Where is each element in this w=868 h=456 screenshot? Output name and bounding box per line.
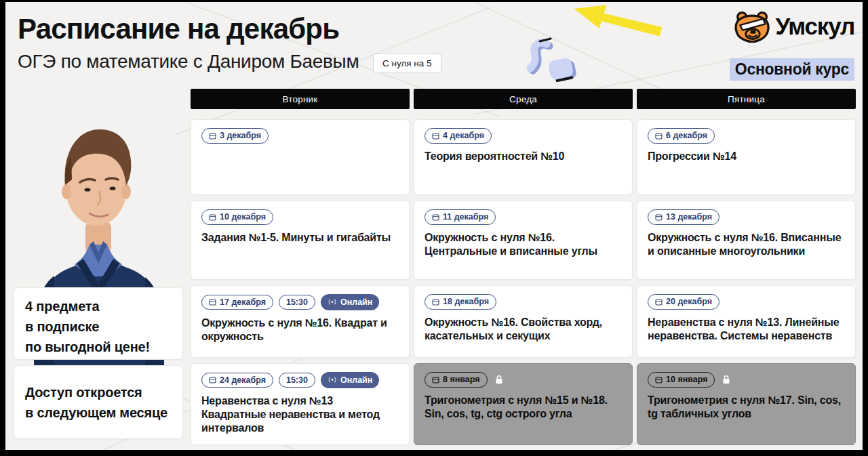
- date-label: 3 декабря: [220, 131, 261, 140]
- chip-row: 3 декабря: [201, 128, 399, 144]
- date-chip: 6 декабря: [648, 128, 715, 144]
- live-icon: [328, 377, 337, 383]
- lesson-card: 8 января Тригонометрия с нуля №15 и №18.…: [414, 363, 633, 445]
- calendar-icon: [655, 376, 663, 384]
- lesson-card: 17 декабря 15:30 Онлайн Окружность с нул…: [191, 285, 410, 358]
- time-label: 15:30: [286, 298, 308, 307]
- lesson-title: Неравенства с нуля №13 Квадратные нераве…: [201, 394, 399, 436]
- date-label: 20 декабря: [666, 297, 712, 306]
- calendar-icon: [432, 298, 439, 306]
- date-chip: 24 декабря: [201, 373, 273, 388]
- day-header: Пятница: [637, 89, 856, 109]
- lesson-title: Окружность с нуля №16. Центральные и впи…: [425, 231, 622, 259]
- calendar-icon: [655, 298, 663, 306]
- date-label: 11 декабря: [443, 213, 488, 222]
- lesson-title: Неравенства с нуля №13. Линейные неравен…: [648, 316, 845, 344]
- time-label: 15:30: [286, 376, 308, 385]
- chip-row: 20 декабря: [648, 294, 845, 310]
- lesson-card: 18 декабря Окружность №16. Свойства хорд…: [414, 285, 633, 358]
- level-badge: С нуля на 5: [373, 54, 441, 73]
- lesson-title: Тригонометрия с нуля №17. Sin, cos, tg т…: [648, 394, 845, 421]
- lesson-card: 24 декабря 15:30 Онлайн Неравенства с ну…: [191, 363, 410, 445]
- text-line: по выгодной цене!: [25, 337, 172, 357]
- chip-row: 10 января: [648, 372, 845, 388]
- chip-row: 24 декабря 15:30 Онлайн: [201, 372, 399, 388]
- lesson-card: 10 января Тригонометрия с нуля №17. Sin,…: [637, 363, 856, 445]
- live-icon: [328, 299, 337, 305]
- chip-row: 13 декабря: [648, 209, 845, 225]
- page-title: Расписание на декабрь: [18, 13, 339, 45]
- date-label: 8 января: [443, 375, 480, 384]
- day-header: Среда: [414, 89, 633, 109]
- date-label: 17 декабря: [220, 298, 266, 307]
- online-badge: Онлайн: [321, 372, 379, 388]
- date-label: 10 января: [666, 375, 707, 384]
- lesson-title: Теория вероятностей №10: [425, 150, 622, 163]
- chip-row: 17 декабря 15:30 Онлайн: [201, 294, 399, 310]
- date-label: 24 декабря: [220, 376, 266, 385]
- lesson-title: Окружность с нуля №16. Квадрат и окружно…: [201, 316, 399, 344]
- lesson-title: Окружность №16. Свойства хорд, касательн…: [425, 316, 622, 344]
- chip-row: 6 декабря: [648, 128, 845, 144]
- date-label: 10 декабря: [220, 213, 266, 222]
- schedule-grid: 4 предметав подпискепо выгодной цене! До…: [14, 89, 856, 445]
- course-label: Основной курс: [730, 58, 854, 81]
- page-subtitle: ОГЭ по математике с Даниром Баевым: [18, 51, 359, 72]
- chip-row: 11 декабря: [425, 209, 622, 225]
- date-label: 6 декабря: [666, 131, 707, 140]
- lesson-card: 11 декабря Окружность с нуля №16. Центра…: [414, 201, 633, 280]
- online-label: Онлайн: [340, 376, 372, 385]
- chip-row: 10 декабря: [201, 209, 399, 225]
- left-column: 4 предметав подпискепо выгодной цене! До…: [14, 89, 183, 445]
- calendar-icon: [432, 132, 439, 140]
- time-chip: 15:30: [279, 295, 315, 310]
- lock-icon: [495, 375, 503, 384]
- time-chip: 15:30: [279, 373, 315, 388]
- calendar-icon: [655, 132, 663, 140]
- calendar-icon: [432, 376, 439, 384]
- date-chip: 20 декабря: [648, 294, 719, 310]
- lesson-title: Тригонометрия с нуля №15 и №18. Sin, cos…: [425, 394, 622, 421]
- bear-icon: [734, 10, 771, 43]
- online-badge: Онлайн: [321, 294, 379, 310]
- date-chip: 8 января: [425, 372, 488, 388]
- poster-page: Расписание на декабрь ОГЭ по математике …: [5, 2, 863, 450]
- day-column-tuesday: Вторник 3 декабря 10 декабря: [191, 89, 410, 445]
- day-column-wednesday: Среда 4 декабря Теория вероятностей №10: [414, 89, 633, 445]
- chip-row: 18 декабря: [425, 294, 622, 310]
- text-line: Доступ откроется: [25, 382, 172, 402]
- promo-card-access: Доступ откроетсяв следующем месяце: [14, 365, 183, 439]
- math-3d-icon: [521, 35, 583, 89]
- date-chip: 3 декабря: [201, 128, 269, 144]
- date-chip: 10 декабря: [201, 209, 273, 225]
- calendar-icon: [432, 213, 439, 221]
- lesson-card: 13 декабря Окружность с нуля №16. Вписан…: [637, 201, 856, 280]
- calendar-icon: [209, 298, 216, 306]
- lesson-card: 4 декабря Теория вероятностей №10: [414, 119, 633, 195]
- text-line: 4 предмета: [25, 296, 172, 316]
- date-chip: 10 января: [648, 372, 715, 388]
- date-chip: 4 декабря: [425, 128, 492, 144]
- date-chip: 13 декабря: [648, 209, 719, 225]
- date-chip: 17 декабря: [201, 295, 273, 310]
- calendar-icon: [209, 132, 216, 140]
- lesson-card: 20 декабря Неравенства с нуля №13. Линей…: [637, 285, 856, 358]
- date-label: 18 декабря: [443, 297, 489, 306]
- calendar-icon: [655, 213, 663, 221]
- lesson-title: Задания №1-5. Минуты и гигабайты: [201, 231, 399, 245]
- day-column-friday: Пятница 6 декабря Прогрессии №14: [637, 89, 856, 445]
- text-line: в следующем месяце: [25, 402, 172, 423]
- calendar-icon: [209, 376, 216, 384]
- brand-logo: Умскул: [734, 10, 854, 43]
- cards-list: 4 декабря Теория вероятностей №10 11 дек…: [414, 119, 633, 445]
- lesson-title: Окружность с нуля №16. Вписанные и описа…: [648, 231, 845, 259]
- date-chip: 11 декабря: [425, 209, 496, 225]
- cards-list: 6 декабря Прогрессии №14 13 декабря Окру…: [637, 119, 856, 445]
- lesson-card: 6 декабря Прогрессии №14: [637, 119, 856, 195]
- day-header: Вторник: [191, 89, 410, 109]
- date-chip: 18 декабря: [425, 294, 496, 310]
- lesson-title: Прогрессии №14: [648, 150, 845, 163]
- text-line: в подписке: [25, 316, 172, 337]
- promo-card-subscription: 4 предметав подпискепо выгодной цене!: [14, 287, 183, 360]
- lock-icon: [722, 375, 730, 384]
